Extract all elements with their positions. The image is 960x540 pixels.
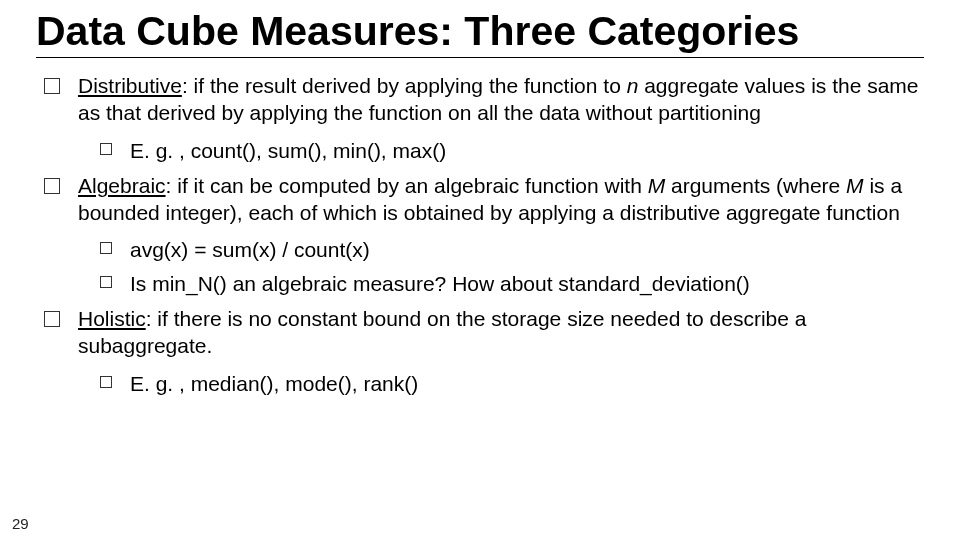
list-item-text: Holistic: if there is no constant bound …	[78, 305, 924, 360]
list-item-text: E. g. , median(), mode(), rank()	[130, 370, 418, 397]
list-item-text: Is min_N() an algebraic measure? How abo…	[130, 270, 750, 297]
bullet-icon	[100, 276, 112, 288]
bullet-icon	[100, 242, 112, 254]
term-algebraic: Algebraic	[78, 174, 166, 197]
list-item: E. g. , median(), mode(), rank()	[100, 370, 924, 397]
list-item: avg(x) = sum(x) / count(x)	[100, 236, 924, 263]
content-body: Distributive: if the result derived by a…	[36, 72, 924, 397]
bullet-icon	[44, 78, 60, 94]
list-item-text: E. g. , count(), sum(), min(), max()	[130, 137, 446, 164]
list-item: Holistic: if there is no constant bound …	[36, 305, 924, 360]
term-holistic: Holistic	[78, 307, 146, 330]
slide: Data Cube Measures: Three Categories Dis…	[0, 0, 960, 540]
bullet-icon	[100, 376, 112, 388]
list-item: E. g. , count(), sum(), min(), max()	[100, 137, 924, 164]
page-title: Data Cube Measures: Three Categories	[36, 8, 924, 58]
list-item: Algebraic: if it can be computed by an a…	[36, 172, 924, 227]
bullet-icon	[44, 178, 60, 194]
page-number: 29	[12, 515, 29, 532]
list-item: Distributive: if the result derived by a…	[36, 72, 924, 127]
list-item-text: Algebraic: if it can be computed by an a…	[78, 172, 924, 227]
list-item-text: avg(x) = sum(x) / count(x)	[130, 236, 370, 263]
term-distributive: Distributive	[78, 74, 182, 97]
list-item: Is min_N() an algebraic measure? How abo…	[100, 270, 924, 297]
bullet-icon	[44, 311, 60, 327]
bullet-icon	[100, 143, 112, 155]
list-item-text: Distributive: if the result derived by a…	[78, 72, 924, 127]
